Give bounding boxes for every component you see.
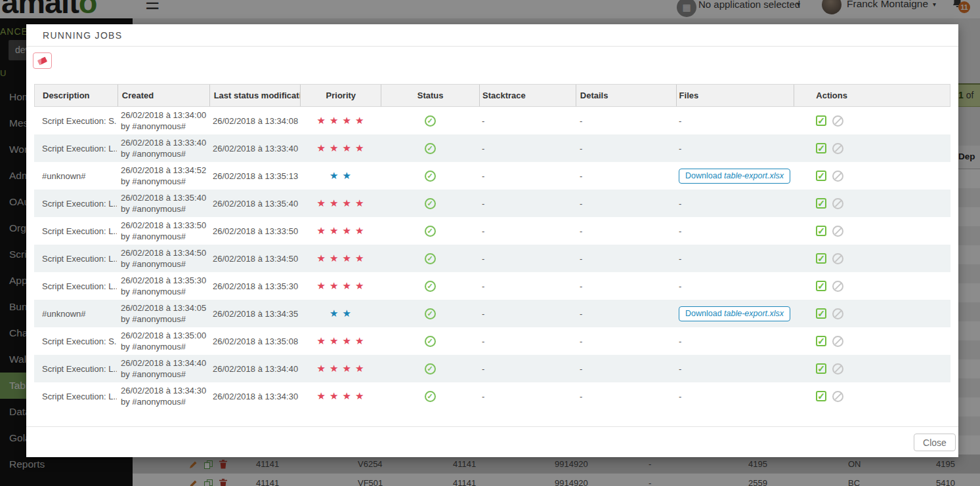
download-file-button[interactable]: Download table-export.xlsx (679, 306, 790, 321)
cell-stacktrace: - (479, 162, 576, 190)
cell-files: - (676, 107, 794, 134)
jobs-table-body: Script Execution: S... 26/02/2018 à 13:3… (34, 107, 950, 410)
cell-status: ✓ (381, 162, 479, 190)
cell-last-status-modification: 26/02/2018 à 13:35:40 (209, 190, 300, 217)
cell-actions: ✓ (794, 190, 950, 217)
created-by: by #anonymous# (121, 396, 186, 407)
cell-last-status-modification: 26/02/2018 à 13:34:35 (209, 300, 300, 327)
job-row: Script Execution: L... 26/02/2018 à 13:3… (34, 217, 950, 245)
cell-details: - (576, 217, 676, 245)
created-by: by #anonymous# (121, 121, 186, 132)
star-icon: ★ (330, 197, 338, 209)
cell-priority: ★★★★ (300, 217, 381, 245)
acknowledge-checkbox-icon[interactable]: ✓ (816, 336, 826, 346)
cell-last-status-modification: 26/02/2018 à 13:33:40 (209, 134, 300, 162)
acknowledge-checkbox-icon[interactable]: ✓ (816, 281, 826, 291)
star-icon: ★ (355, 115, 364, 126)
cell-last-status-modification: 26/02/2018 à 13:34:50 (209, 245, 300, 272)
star-icon: ★ (355, 280, 364, 291)
running-jobs-modal: RUNNING JOBS Description Created Last st… (26, 24, 958, 457)
cancel-job-icon[interactable] (832, 281, 843, 292)
cell-created: 26/02/2018 à 13:34:52 by #anonymous# (117, 162, 209, 190)
status-success-icon: ✓ (425, 391, 436, 402)
acknowledge-checkbox-icon[interactable]: ✓ (816, 115, 826, 126)
cancel-job-icon[interactable] (832, 143, 843, 154)
status-success-icon: ✓ (425, 171, 436, 182)
acknowledge-checkbox-icon[interactable]: ✓ (816, 308, 826, 319)
cancel-job-icon[interactable] (832, 115, 843, 127)
close-button[interactable]: Close (914, 434, 956, 451)
cell-last-status-modification: 26/02/2018 à 13:34:40 (209, 355, 300, 382)
star-icon: ★ (330, 390, 338, 401)
cell-actions: ✓ (794, 327, 950, 355)
job-row: Script Execution: L... 26/02/2018 à 13:3… (34, 245, 950, 272)
cell-stacktrace: - (479, 134, 576, 162)
acknowledge-checkbox-icon[interactable]: ✓ (816, 226, 826, 236)
status-success-icon: ✓ (425, 198, 436, 209)
cell-description: Script Execution: S... (34, 327, 117, 355)
cancel-job-icon[interactable] (832, 391, 843, 402)
cell-created: 26/02/2018 à 13:34:40 by #anonymous# (117, 355, 209, 382)
cell-stacktrace: - (479, 355, 576, 382)
status-success-icon: ✓ (425, 226, 436, 237)
cell-created: 26/02/2018 à 13:34:00 by #anonymous# (117, 107, 209, 134)
cell-priority: ★★★★ (300, 327, 381, 355)
cell-created: 26/02/2018 à 13:34:50 by #anonymous# (117, 245, 209, 272)
cell-last-status-modification: 26/02/2018 à 13:35:30 (209, 272, 300, 300)
star-icon: ★ (330, 280, 338, 291)
cell-actions: ✓ (794, 355, 950, 382)
cell-actions: ✓ (794, 272, 950, 300)
acknowledge-checkbox-icon[interactable]: ✓ (816, 171, 826, 181)
cell-created: 26/02/2018 à 13:35:00 by #anonymous# (117, 327, 209, 355)
star-icon: ★ (343, 280, 351, 291)
created-by: by #anonymous# (121, 341, 186, 352)
cell-status: ✓ (381, 245, 479, 272)
cell-details: - (576, 382, 676, 410)
cancel-job-icon[interactable] (832, 253, 843, 264)
cell-description: Script Execution: L... (34, 190, 117, 217)
column-header-stacktrace: Stacktrace (479, 85, 576, 106)
status-success-icon: ✓ (425, 308, 436, 319)
cell-created: 26/02/2018 à 13:34:05 by #anonymous# (117, 300, 209, 327)
clear-jobs-button[interactable] (33, 52, 52, 69)
acknowledge-checkbox-icon[interactable]: ✓ (816, 253, 826, 264)
cell-status: ✓ (381, 190, 479, 217)
cell-last-status-modification: 26/02/2018 à 13:33:50 (209, 217, 300, 245)
star-icon: ★ (355, 390, 364, 401)
acknowledge-checkbox-icon[interactable]: ✓ (816, 143, 826, 153)
cell-priority: ★★★★ (300, 382, 381, 410)
created-by: by #anonymous# (121, 314, 186, 325)
cell-actions: ✓ (794, 245, 950, 272)
cell-files: - (676, 272, 794, 300)
cell-files: - (676, 382, 794, 410)
cell-created: 26/02/2018 à 13:35:40 by #anonymous# (117, 190, 209, 217)
download-file-button[interactable]: Download table-export.xlsx (679, 169, 790, 184)
star-icon: ★ (330, 142, 338, 153)
created-by: by #anonymous# (121, 148, 186, 159)
cell-priority: ★★★★ (300, 134, 381, 162)
screen: amalto ☰ ▦ No application selected ▾ Fra… (0, 0, 980, 486)
cancel-job-icon[interactable] (832, 171, 843, 182)
jobs-table-header: Description Created Last status modifica… (34, 84, 950, 107)
cancel-job-icon[interactable] (832, 363, 843, 375)
acknowledge-checkbox-icon[interactable]: ✓ (816, 363, 826, 374)
cancel-job-icon[interactable] (832, 198, 843, 209)
priority-stars: ★★★★ (315, 225, 366, 237)
cancel-job-icon[interactable] (832, 308, 843, 319)
cancel-job-icon[interactable] (832, 336, 843, 347)
star-icon: ★ (355, 142, 364, 153)
modal-footer: Close (26, 426, 958, 457)
acknowledge-checkbox-icon[interactable]: ✓ (816, 391, 826, 401)
job-row: Script Execution: S... 26/02/2018 à 13:3… (34, 107, 950, 134)
cell-status: ✓ (381, 355, 479, 382)
star-icon: ★ (317, 390, 326, 401)
star-icon: ★ (317, 253, 326, 264)
acknowledge-checkbox-icon[interactable]: ✓ (816, 198, 826, 209)
job-row: Script Execution: L... 26/02/2018 à 13:3… (34, 134, 950, 162)
job-row: Script Execution: S... 26/02/2018 à 13:3… (34, 327, 950, 355)
star-icon: ★ (355, 335, 364, 346)
cancel-job-icon[interactable] (832, 226, 843, 237)
created-date: 26/02/2018 à 13:33:50 (121, 220, 206, 231)
download-label: Download (685, 309, 724, 318)
column-header-actions: Actions (794, 85, 950, 106)
